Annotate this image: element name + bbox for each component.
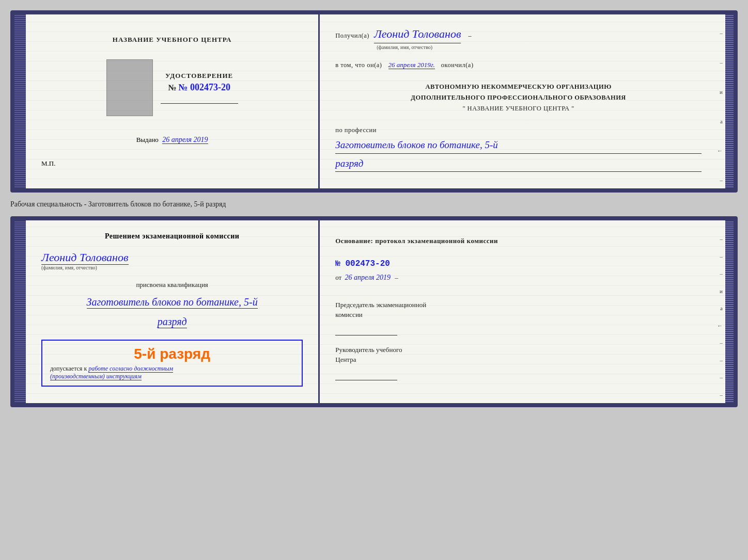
top-cert-left-panel: НАЗВАНИЕ УЧЕБНОГО ЦЕНТРА УДОСТОВЕРЕНИЕ №… <box>26 14 320 188</box>
page-container: НАЗВАНИЕ УЧЕБНОГО ЦЕНТРА УДОСТОВЕРЕНИЕ №… <box>10 10 738 407</box>
top-certificate: НАЗВАНИЕ УЧЕБНОГО ЦЕНТРА УДОСТОВЕРЕНИЕ №… <box>10 10 738 193</box>
decision-line: Решением экзаменационной комиссии <box>105 231 239 242</box>
issued-date: 26 апреля 2019 <box>162 136 208 144</box>
bottom-cert-left-panel: Решением экзаменационной комиссии Леонид… <box>26 220 320 403</box>
right-edge-marks-bottom: – – – и а ← – – – – <box>717 220 725 403</box>
head-line2: Центра <box>335 355 702 365</box>
bottom-certificate: Решением экзаменационной комиссии Леонид… <box>10 216 738 407</box>
completion-date: 26 апреля 2019г. <box>388 61 435 69</box>
recipient-row: Получил(а) Леонид Толованов – (фамилия, … <box>335 25 702 52</box>
full-name-label-bottom: (фамилия, имя, отчество) <box>41 265 303 270</box>
basis-label: Основание: протокол экзаменационной коми… <box>335 236 702 246</box>
left-border-strip-bottom <box>14 220 26 403</box>
training-center-label: НАЗВАНИЕ УЧЕБНОГО ЦЕНТРА <box>113 36 232 44</box>
rank-highlight-box: 5-й разряд допускается к работе согласно… <box>41 340 303 387</box>
chairman-line2: комиссии <box>335 310 702 320</box>
photo-placeholder <box>106 59 153 116</box>
head-sig-line <box>335 370 397 380</box>
left-border-strip <box>14 14 26 188</box>
finished-label: окончил(а) <box>441 61 474 69</box>
org-line2: ДОПОЛНИТЕЛЬНОГО ПРОФЕССИОНАЛЬНОГО ОБРАЗО… <box>335 92 702 103</box>
top-cert-right-panel: Получил(а) Леонид Толованов – (фамилия, … <box>320 14 717 188</box>
assigned-label: присвоена квалификация <box>136 281 208 289</box>
from-date-value: 26 апреля 2019 <box>345 274 391 281</box>
big-rank-text: 5-й разряд <box>50 346 294 362</box>
chairman-line1: Председатель экзаменационной <box>335 300 702 310</box>
allowed-prefix: допускается к <box>50 365 87 372</box>
profession-row: по профессии Заготовитель блоков по бота… <box>335 125 702 172</box>
org-row: АВТОНОМНУЮ НЕКОММЕРЧЕСКУЮ ОРГАНИЗАЦИЮ ДО… <box>335 82 702 114</box>
in-that-prefix: в том, что он(а) <box>335 61 382 69</box>
right-border-strip-top <box>725 14 734 188</box>
udostoverenie-label: УДОСТОВЕРЕНИЕ № № 002473-20 <box>165 72 233 93</box>
recipient-name-top: Леонид Толованов <box>374 25 461 43</box>
razryad-top: разряд <box>335 156 702 172</box>
head-line1: Руководитель учебного <box>335 345 702 355</box>
specialty-label: Рабочая специальность - Заготовитель бло… <box>10 198 738 211</box>
razryad-bottom: разряд <box>158 316 187 328</box>
right-border-strip-bottom <box>725 220 734 403</box>
from-date-row: от 26 апреля 2019 – <box>335 274 702 282</box>
allowed-text: допускается к работе согласно должностны… <box>50 365 294 380</box>
recipient-name-bottom: Леонид Толованов <box>41 251 129 265</box>
cert-number: № 002473-20 <box>178 82 230 92</box>
in-that-row: в том, что он(а) 26 апреля 2019г. окончи… <box>335 58 702 71</box>
protocol-number: № 002473-20 <box>335 259 702 268</box>
profession-prefix: по профессии <box>335 125 702 135</box>
qualification-name: Заготовитель блоков по ботанике, 5-й <box>87 296 258 309</box>
full-name-label-top: (фамилия, имя, отчество) <box>377 43 702 52</box>
chairman-sig-line <box>335 325 397 335</box>
chairman-label: Председатель экзаменационной комиссии <box>335 300 702 335</box>
profession-name-top: Заготовитель блоков по ботанике, 5-й <box>335 137 702 153</box>
org-quote: " НАЗВАНИЕ УЧЕБНОГО ЦЕНТРА " <box>335 103 702 114</box>
issued-line: Выдано 26 апреля 2019 <box>136 136 208 144</box>
allowed-text2: (производственным) инструкциям <box>50 373 142 380</box>
head-label: Руководитель учебного Центра <box>335 345 702 380</box>
right-edge-marks-top: – – и а ← – <box>717 14 725 188</box>
org-line1: АВТОНОМНУЮ НЕКОММЕРЧЕСКУЮ ОРГАНИЗАЦИЮ <box>335 82 702 92</box>
mp-label: М.П. <box>41 159 55 168</box>
bottom-cert-right-panel: Основание: протокол экзаменационной коми… <box>320 220 717 403</box>
allowed-text1: работе согласно должностным <box>88 365 173 373</box>
issued-label: Выдано <box>136 136 159 143</box>
from-label: от <box>335 274 341 281</box>
number-prefix: № <box>168 83 178 92</box>
received-prefix: Получил(а) <box>335 32 369 39</box>
